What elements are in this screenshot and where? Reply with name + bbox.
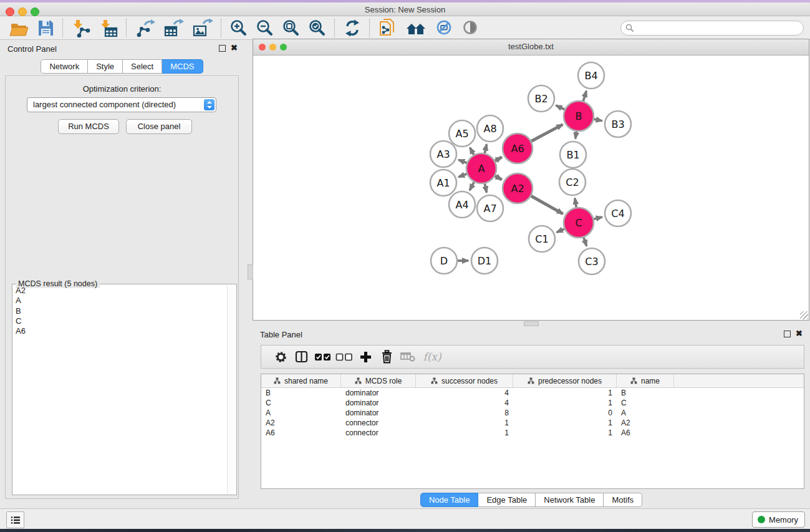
table-row[interactable]: A2connector11A2: [261, 418, 804, 428]
window-resize-grip[interactable]: [800, 311, 808, 319]
import-network-icon[interactable]: [67, 18, 95, 38]
table-toolbar: f(x): [261, 345, 804, 369]
column-header-predecessor-nodes[interactable]: predecessor nodes: [513, 374, 617, 387]
zoom-selected-icon[interactable]: [304, 18, 330, 38]
new-document-icon[interactable]: [374, 18, 402, 38]
graph-node-label: B4: [584, 70, 597, 82]
save-session-icon[interactable]: [32, 18, 59, 38]
table-settings-gear-icon[interactable]: [270, 351, 291, 364]
zoom-fit-icon[interactable]: [278, 18, 304, 38]
mcds-result-list: A2ABCA6: [13, 286, 227, 494]
function-builder-icon[interactable]: f(x): [418, 351, 446, 363]
table-cell[interactable]: A6: [261, 428, 341, 438]
graph-node-label: B2: [534, 93, 547, 105]
column-header-name[interactable]: name: [617, 374, 674, 387]
delete-table-icon[interactable]: [397, 351, 418, 362]
apply-layout-icon[interactable]: [339, 18, 365, 38]
tab-select[interactable]: Select: [123, 59, 162, 74]
select-all-icon[interactable]: [312, 353, 334, 361]
column-header-MCDS-role[interactable]: MCDS role: [341, 374, 416, 387]
memory-button[interactable]: Memory: [752, 511, 805, 528]
table-header-row: shared nameMCDS rolesuccessor nodesprede…: [261, 374, 804, 388]
zoom-out-icon[interactable]: [252, 18, 278, 38]
table-cell[interactable]: dominator: [341, 398, 416, 408]
float-panel-icon[interactable]: [784, 331, 791, 337]
table-cell[interactable]: dominator: [341, 408, 416, 418]
float-panel-icon[interactable]: [219, 45, 226, 52]
criterion-dropdown[interactable]: largest connected component (directed): [27, 97, 216, 112]
table-cell[interactable]: 0: [513, 408, 617, 418]
export-table-icon[interactable]: [160, 18, 188, 38]
mcds-result-item[interactable]: B: [13, 306, 227, 316]
table-cell[interactable]: C: [617, 398, 674, 408]
import-table-icon[interactable]: [95, 18, 122, 38]
result-scrollbar[interactable]: [227, 286, 236, 494]
table-cell[interactable]: C: [261, 398, 341, 408]
close-panel-button[interactable]: Close panel: [126, 119, 192, 134]
graph-node-label: A3: [436, 148, 450, 160]
export-image-icon[interactable]: [188, 18, 217, 38]
mcds-result-item[interactable]: C: [13, 316, 227, 326]
add-column-icon[interactable]: [355, 351, 376, 364]
search-input[interactable]: [637, 22, 799, 34]
graph-node-label: C4: [611, 208, 624, 220]
table-panel-title: Table Panel: [260, 330, 302, 339]
tab-node-table[interactable]: Node Table: [420, 493, 479, 507]
mcds-result-item[interactable]: A6: [13, 326, 227, 336]
tab-edge-table[interactable]: Edge Table: [478, 493, 536, 507]
table-cell[interactable]: 1: [513, 398, 617, 408]
table-cell[interactable]: connector: [341, 428, 416, 438]
column-header-shared-name[interactable]: shared name: [261, 374, 341, 387]
table-cell[interactable]: 4: [416, 398, 513, 408]
show-details-eye-icon[interactable]: [458, 18, 484, 38]
tab-network[interactable]: Network: [41, 59, 88, 74]
run-mcds-button[interactable]: Run MCDS: [58, 119, 119, 134]
table-cell[interactable]: A: [261, 408, 341, 418]
table-cell[interactable]: 1: [416, 418, 513, 428]
deselect-all-icon[interactable]: [334, 353, 355, 361]
vertical-splitter-handle[interactable]: [248, 264, 253, 279]
table-row[interactable]: Bdominator41B: [261, 388, 804, 398]
open-file-icon[interactable]: [5, 18, 32, 38]
table-cell[interactable]: 1: [513, 418, 617, 428]
column-header-successor-nodes[interactable]: successor nodes: [416, 374, 513, 387]
table-cell[interactable]: A6: [617, 428, 674, 438]
table-cell[interactable]: B: [617, 388, 674, 398]
graph-node-label: A4: [455, 199, 468, 211]
table-panel-header: Table Panel ✖: [253, 326, 810, 343]
table-row[interactable]: A6connector11A6: [261, 428, 804, 438]
table-cell[interactable]: dominator: [341, 388, 416, 398]
table-cell[interactable]: A: [617, 408, 674, 418]
table-cell[interactable]: 8: [416, 408, 513, 418]
graph-edge-A6-B[interactable]: [529, 125, 562, 142]
tab-style[interactable]: Style: [88, 59, 123, 74]
table-cell[interactable]: A2: [261, 418, 341, 428]
network-canvas[interactable]: B4B2BB3A5A8A6B1A3AA1C2A2A4A7CC4C1C3DD1: [253, 56, 809, 320]
table-cell[interactable]: 1: [513, 428, 617, 438]
table-row[interactable]: Adominator80A: [261, 408, 804, 418]
mcds-result-item[interactable]: A2: [13, 286, 227, 296]
table-cell[interactable]: A2: [617, 418, 674, 428]
tab-network-table[interactable]: Network Table: [536, 493, 604, 507]
graph-edge-A2-C[interactable]: [529, 195, 563, 214]
delete-column-trash-icon[interactable]: [376, 350, 397, 364]
table-cell[interactable]: connector: [341, 418, 416, 428]
hide-labels-icon[interactable]: [432, 18, 458, 38]
mcds-result-item[interactable]: A: [13, 296, 227, 306]
close-panel-icon[interactable]: ✖: [796, 329, 803, 337]
memory-status-dot: [758, 516, 765, 523]
tab-mcds[interactable]: MCDS: [162, 59, 203, 74]
show-panels-list-button[interactable]: [6, 511, 24, 528]
home-icon[interactable]: [402, 18, 432, 38]
close-panel-icon[interactable]: ✖: [231, 44, 238, 52]
table-cell[interactable]: 1: [416, 428, 513, 438]
show-columns-icon[interactable]: [291, 351, 312, 363]
zoom-in-icon[interactable]: [226, 18, 252, 38]
table-cell[interactable]: B: [261, 388, 341, 398]
table-row[interactable]: Cdominator41C: [261, 398, 804, 408]
table-cell[interactable]: 1: [513, 388, 617, 398]
table-cell[interactable]: 4: [416, 388, 513, 398]
export-network-icon[interactable]: [131, 18, 160, 38]
tab-motifs[interactable]: Motifs: [604, 493, 642, 507]
mcds-tab-content: Optimization criterion: largest connecte…: [5, 75, 239, 499]
